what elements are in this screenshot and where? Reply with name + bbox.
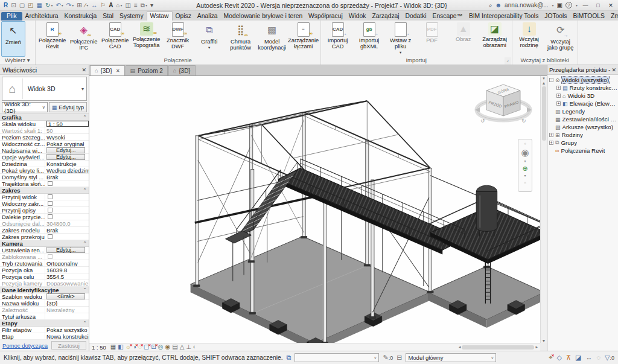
prop-value-tryb-rzutowania[interactable]: Ortogonalny — [45, 260, 89, 266]
horizontal-scrollbar[interactable]: ◂ ▸ — [459, 345, 538, 350]
view-scale[interactable]: 1 : 50 — [92, 344, 106, 351]
type-selector-caret-icon[interactable]: ▾ — [79, 86, 86, 92]
search-icon[interactable]: ⌕ — [489, 2, 492, 9]
vertical-scrollbar[interactable]: ▾ ▲ ▼ — [540, 76, 547, 343]
design-options-dropdown[interactable]: Model główny∨ — [406, 353, 496, 362]
editing-requests-icon[interactable]: ✎:0 — [383, 354, 393, 362]
redo-icon[interactable]: ↷▾ — [65, 2, 75, 8]
worksets-icon[interactable]: ⧉ — [287, 354, 291, 361]
ribbon-button-importuj-gbxml[interactable]: gb→Importuj gbXML — [354, 21, 385, 57]
ribbon-button-wczytaj-jako-grupę[interactable]: ⟳→Wczytaj jako grupę — [545, 21, 576, 57]
ribbon-button-wczytaj-rodzinę[interactable]: ↓Wczytaj rodzinę — [514, 21, 545, 57]
browser-item-elewacje-elewacja-budy[interactable]: +◧Elewacje (Elewacja budy — [547, 100, 618, 107]
measure-icon[interactable]: ∕▾ — [84, 2, 90, 8]
prop-value-pozycja-celu[interactable]: 3554.5 — [45, 273, 89, 279]
prop-value-skala-widoku[interactable]: 1 : 50 — [45, 121, 89, 127]
ribbon-tab-współpracuj[interactable]: Współpracuj — [305, 12, 346, 21]
select-underlay-toggle-icon[interactable]: ◇ — [557, 354, 562, 361]
edit-type-button[interactable]: ▦ Edytuj typ — [49, 102, 87, 112]
tree-expander-icon[interactable]: + — [556, 101, 561, 106]
scroll-up-icon[interactable]: ▲ — [542, 81, 546, 85]
undo-icon[interactable]: ↶▾ — [54, 2, 64, 8]
properties-help-link[interactable]: Pomoc dotycząca — [2, 342, 48, 349]
help-caret-icon[interactable]: ▾ — [576, 3, 578, 7]
ribbon-tab-jotools[interactable]: JOTools — [541, 12, 570, 21]
ribbon-button-zarządzanie-łączami[interactable]: ≡∞Zarządzanie łączami — [288, 21, 319, 57]
properties-close-icon[interactable]: ✕ — [81, 67, 86, 73]
scroll-pin-icon[interactable]: ▾ — [543, 76, 545, 81]
ribbon-tab-analiza[interactable]: Analiza — [194, 12, 221, 21]
browser-item-połączenia-revit[interactable]: ∞Połączenia Revit — [547, 147, 618, 155]
ribbon-tab-opisz[interactable]: Opisz — [173, 12, 194, 21]
ribbon-tab-bimtools[interactable]: BiMTOOLS — [570, 12, 608, 21]
detail-level-icon[interactable]: ▦ — [110, 344, 116, 350]
prop-value-zakres-modelu[interactable]: Brak — [45, 227, 89, 233]
aligned-dimension-icon[interactable]: ↔ — [90, 2, 98, 8]
apply-button[interactable]: Zastosuj — [51, 341, 86, 350]
sun-settings-icon[interactable]: ◌✕ — [138, 344, 142, 350]
ribbon-tab-zarządzaj[interactable]: Zarządzaj — [369, 12, 402, 21]
tag-by-category-icon[interactable]: ⚐ — [99, 2, 107, 8]
ribbon-button-graffiti[interactable]: ⧉Graffiti▾ — [194, 21, 225, 57]
new-file-icon[interactable]: ▢ — [18, 2, 26, 8]
app-frame-icon[interactable]: ⊡ — [10, 2, 17, 8]
prop-value-poziom-szczeg[interactable]: Wysoki — [45, 134, 89, 140]
view-tab-{3d}-2[interactable]: ⌂{3D} — [168, 65, 196, 75]
sync-with-central-icon[interactable]: ↻▾ — [44, 2, 54, 8]
background-processes-icon[interactable]: ◌ — [596, 354, 600, 361]
maximize-button[interactable]: □ — [593, 2, 603, 8]
ribbon-button-model-koordynacji[interactable]: ▩Model koordynacji — [256, 21, 288, 57]
model-view[interactable]: ↺ ↻ GÓRA PRZÓD PRAWO ○ ◉ ▾ ⊕ — [89, 76, 547, 351]
select-links-toggle-icon[interactable]: ⌖✕ — [549, 354, 552, 361]
ribbon-tab-stal[interactable]: Stal — [100, 12, 116, 21]
design-options-icon[interactable]: ⊟ — [397, 354, 402, 361]
ribbon-tab-modelowanie-bryłowe-i-teren[interactable]: Modelowanie bryłowe i teren — [221, 12, 306, 21]
section-icon[interactable]: ◫ — [124, 2, 132, 8]
hide-analytical-model-icon[interactable]: △ — [180, 344, 185, 350]
tree-expander-icon[interactable]: + — [556, 94, 561, 98]
view-tab-poziom-2-1[interactable]: ▤Poziom 2 — [126, 65, 168, 75]
zoom-icon[interactable]: ⊕ — [522, 165, 527, 172]
crop-view-off-icon[interactable]: ▢✕ — [144, 344, 149, 350]
selection-filter-icon[interactable]: ▽:0 — [605, 354, 614, 362]
ribbon-tab-enscape[interactable]: Enscape™ — [430, 12, 466, 21]
section-collapse-icon[interactable]: ⌃ — [83, 287, 87, 293]
thin-lines-icon[interactable]: ≡ — [133, 2, 139, 8]
project-browser-close-icon[interactable]: ✕ — [611, 67, 616, 73]
prop-section-grafika[interactable]: Grafika⌃ — [0, 114, 89, 121]
ribbon-tab-zmień[interactable]: Zmień — [608, 12, 618, 21]
browser-item-rzuty-konstrukcyjne[interactable]: +▤Rzuty konstrukcyjne — [547, 84, 618, 92]
prop-value-dziedzina[interactable]: Konstrukcje — [45, 161, 89, 167]
customize-qat-icon[interactable]: ▾ — [149, 2, 154, 8]
ribbon-button-wstaw-z-pliku[interactable]: →Wstaw z pliku▾ — [385, 21, 416, 57]
sun-path-off-icon[interactable]: ☼✕ — [126, 344, 131, 350]
steering-wheel-caret-icon[interactable]: ▾ — [524, 158, 526, 165]
horizontal-scroll-thumb[interactable] — [462, 345, 534, 350]
prop-section-etapy[interactable]: Etapy⌃ — [0, 320, 89, 327]
ribbon-button-importuj-cad[interactable]: CAD→Importuj CAD — [322, 21, 354, 57]
zoom-caret-icon[interactable]: ▾ — [524, 173, 526, 179]
section-collapse-icon[interactable]: ⌃ — [83, 241, 87, 246]
prop-value-filtr-etapów[interactable]: Pokaż wszystko — [45, 327, 89, 333]
ribbon-button-połączenie-ifc[interactable]: ◈∞Połączenie IFC — [68, 21, 100, 57]
visual-style-icon[interactable]: ◧ — [118, 344, 123, 350]
ribbon-button-znacznik-dwf[interactable]: DWF∞Znacznik DWF — [162, 21, 194, 57]
prop-value-przytnij-opisy[interactable] — [45, 207, 89, 213]
prop-value-etap[interactable]: Nowa konstrukcja — [45, 333, 89, 339]
browser-item-legendy[interactable]: ▥Legendy — [547, 107, 618, 115]
type-selector[interactable]: ⌂ Widok 3D ▾ — [2, 77, 87, 101]
worksets-dropdown[interactable]: ∨ — [295, 353, 379, 362]
prop-value-widoczność-cz[interactable]: Pokaż oryginał — [45, 141, 89, 147]
tree-expander-icon[interactable]: + — [549, 133, 553, 137]
select-pinned-toggle-icon[interactable]: ⊼ — [566, 354, 571, 361]
signed-in-user[interactable]: anna.nowak@... — [505, 2, 548, 8]
instance-selector[interactable]: Widok 3D: {3D}∨ — [2, 102, 48, 112]
ribbon-button-zarządzaj-obrazami[interactable]: ◪Zarządzaj obrazami — [479, 21, 511, 57]
reveal-hidden-elements-icon[interactable]: ◉ — [165, 344, 170, 350]
navbar-options-icon[interactable]: ○ — [524, 141, 526, 147]
ribbon-button-połączenie-cad[interactable]: CAD∞Połączenie CAD — [100, 21, 131, 57]
prop-value-szablon-widoku[interactable]: <Brak> — [45, 293, 89, 299]
tree-expander-icon[interactable]: + — [556, 86, 561, 90]
dialog-launcher-icon[interactable]: ⌟ — [505, 57, 511, 65]
view-tab-close-icon[interactable]: ✕ — [116, 68, 120, 74]
